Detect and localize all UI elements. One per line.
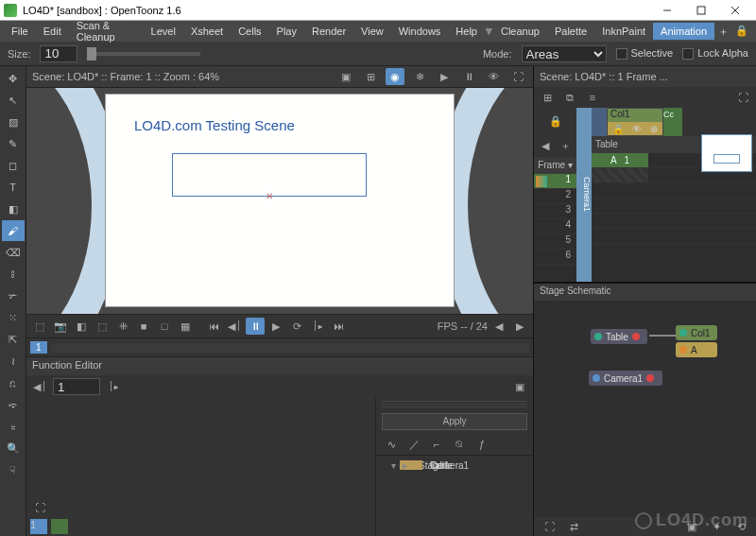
xsheet-toolbar-icon2[interactable]: ⧉ <box>560 89 579 106</box>
window-close-button[interactable] <box>718 1 752 20</box>
col-lock-icon[interactable]: 🔒 <box>612 124 624 134</box>
fe-linear-icon[interactable]: ／ <box>404 436 423 453</box>
frame-numbers[interactable]: 1 2 3 4 5 6 <box>534 174 576 282</box>
zoom-tool-icon[interactable]: 🔍 <box>2 438 25 458</box>
menu-file[interactable]: File <box>4 23 36 40</box>
maximize-viewer-icon[interactable]: ⛶ <box>508 68 527 85</box>
tape-tool-icon[interactable]: ⩉ <box>2 264 25 285</box>
node-camera1[interactable]: Camera1 <box>589 371 662 386</box>
frame-track[interactable] <box>51 343 529 353</box>
compare-icon[interactable]: ◧ <box>72 318 91 335</box>
xsheet-toolbar-icon1[interactable]: ⊞ <box>538 89 557 106</box>
select-tool-icon[interactable]: ▨ <box>2 112 25 132</box>
prev-frame-button[interactable]: ◀⏐ <box>225 318 244 335</box>
fe-tree[interactable]: Stage Camera1 Table Col1 <box>376 455 533 536</box>
schematic-fit-icon[interactable]: ⛶ <box>540 518 558 535</box>
eraser-tool-icon[interactable]: ⌫ <box>2 242 25 263</box>
table-tab[interactable]: Table <box>595 139 618 149</box>
camera-strip[interactable]: Camera1 <box>576 108 592 282</box>
column-col1[interactable]: Col1 🔒👁⊕ <box>607 108 663 136</box>
node-col1[interactable]: Col1 <box>676 325 717 340</box>
room-tab-palette[interactable]: Palette <box>547 23 594 40</box>
play-button[interactable]: ▶ <box>266 318 285 335</box>
next-frame-button[interactable]: ⏐▶ <box>308 318 327 335</box>
fe-prev-keyframe-button[interactable]: ◀⏐ <box>30 378 49 395</box>
memo-add-icon[interactable]: ＋ <box>557 137 576 154</box>
bg-check-icon[interactable]: ▦ <box>176 318 195 335</box>
menu-windows[interactable]: Windows <box>391 23 449 40</box>
field-guide-icon[interactable]: ⊞ <box>361 68 380 85</box>
bg-black-icon[interactable]: ■ <box>134 318 153 335</box>
eye-icon[interactable]: 👁 <box>484 68 503 85</box>
paintbrush-tool-icon[interactable]: 🖌 <box>2 220 25 241</box>
col-eye-icon[interactable]: 👁 <box>632 124 642 134</box>
last-frame-button[interactable]: ⏭ <box>329 318 348 335</box>
size-slider[interactable] <box>87 52 200 56</box>
window-maximize-button[interactable] <box>684 1 718 20</box>
mode-select[interactable]: Areas <box>522 45 607 62</box>
fps-dec-button[interactable]: ◀ <box>490 318 508 335</box>
lockalpha-checkbox[interactable] <box>682 48 694 60</box>
fe-graph-toggle-icon[interactable]: ▣ <box>510 378 529 395</box>
pause-button[interactable]: ⏸ <box>246 318 265 335</box>
menu-view[interactable]: View <box>353 23 391 40</box>
fe-tree-col1[interactable]: Col1 <box>430 460 450 471</box>
menu-render[interactable]: Render <box>304 23 353 40</box>
fe-apply-button[interactable]: Apply <box>382 413 527 430</box>
controlpoint-tool-icon[interactable]: ⇱ <box>2 329 25 350</box>
menu-help[interactable]: Help <box>448 23 485 40</box>
loop-button[interactable]: ⟳ <box>287 318 306 335</box>
geometry-tool-icon[interactable]: ◻ <box>2 155 25 176</box>
fe-frame-input[interactable] <box>53 378 100 395</box>
schematic-canvas[interactable]: Table Col1 A Camera1 <box>534 301 756 517</box>
menu-level[interactable]: Level <box>144 23 183 40</box>
safe-area-icon[interactable]: ▣ <box>336 68 355 85</box>
new-room-icon[interactable]: ＋ <box>718 25 731 38</box>
menu-edit[interactable]: Edit <box>36 23 69 40</box>
room-tab-cleanup[interactable]: Cleanup <box>493 23 547 40</box>
pinch-tool-icon[interactable]: ≀ <box>2 351 25 372</box>
skeleton-tool-icon[interactable]: ⎌ <box>2 372 25 393</box>
plastic-tool-icon[interactable]: ⩷ <box>2 416 25 437</box>
fe-curve-icon[interactable]: ∿ <box>382 436 401 453</box>
node-table[interactable]: Table <box>591 329 647 344</box>
fe-spreadsheet[interactable]: ⛶ 1 <box>26 398 376 536</box>
brush-tool-icon[interactable]: ✎ <box>2 133 25 154</box>
define-subcamera-icon[interactable]: ⬚ <box>93 318 112 335</box>
fps-inc-button[interactable]: ▶ <box>510 318 529 335</box>
rgb-picker-tool-icon[interactable]: ⁙ <box>2 307 25 328</box>
col-cam-icon[interactable] <box>592 108 607 136</box>
menu-xsheet[interactable]: Xsheet <box>183 23 231 40</box>
style-picker-tool-icon[interactable]: ✃ <box>2 285 25 306</box>
histogram-icon[interactable]: ⁜ <box>113 318 132 335</box>
fe-expand-icon[interactable]: ⛶ <box>30 499 49 516</box>
schematic-switch-icon[interactable]: ⇄ <box>564 518 583 535</box>
xsheet-lock-icon[interactable]: 🔒 <box>549 115 562 128</box>
xsheet-cells[interactable]: A 1 <box>592 153 756 282</box>
fe-ease-icon[interactable]: ⦰ <box>450 436 469 453</box>
fe-expr-icon[interactable]: ƒ <box>472 436 491 453</box>
hook-tool-icon[interactable]: ⤽ <box>2 394 25 415</box>
fe-step-icon[interactable]: ⌐ <box>427 436 446 453</box>
arrow-tool-icon[interactable]: ↖ <box>2 90 25 111</box>
selective-checkbox[interactable] <box>616 48 627 60</box>
col-cam-toggle-icon[interactable]: ⊕ <box>650 124 658 134</box>
preview-icon[interactable]: ▶ <box>435 68 454 85</box>
bg-white-icon[interactable]: □ <box>155 318 174 335</box>
room-tab-animation[interactable]: Animation <box>653 23 714 40</box>
subcamera-icon[interactable]: ⏸ <box>459 68 478 85</box>
finger-tool-icon[interactable]: ☟ <box>2 459 25 480</box>
viewer-canvas[interactable]: LO4D.com Testing Scene ✕ <box>26 87 533 315</box>
lock-rooms-icon[interactable]: 🔒 <box>735 25 748 38</box>
window-minimize-button[interactable] <box>650 1 684 20</box>
first-frame-button[interactable]: ⏮ <box>204 318 223 335</box>
node-colA[interactable]: A <box>676 342 717 357</box>
size-input[interactable] <box>40 45 77 62</box>
fe-next-keyframe-button[interactable]: ⏐▶ <box>104 378 123 395</box>
menu-scan-cleanup[interactable]: Scan & Cleanup <box>69 17 144 45</box>
memo-prev-icon[interactable]: ◀ <box>536 137 555 154</box>
fill-tool-icon[interactable]: ◧ <box>2 199 25 219</box>
fe-cell-2[interactable] <box>51 519 68 534</box>
room-tab-inknpaint[interactable]: InknPaint <box>594 23 653 40</box>
frame-slider[interactable]: 1 <box>26 337 533 356</box>
